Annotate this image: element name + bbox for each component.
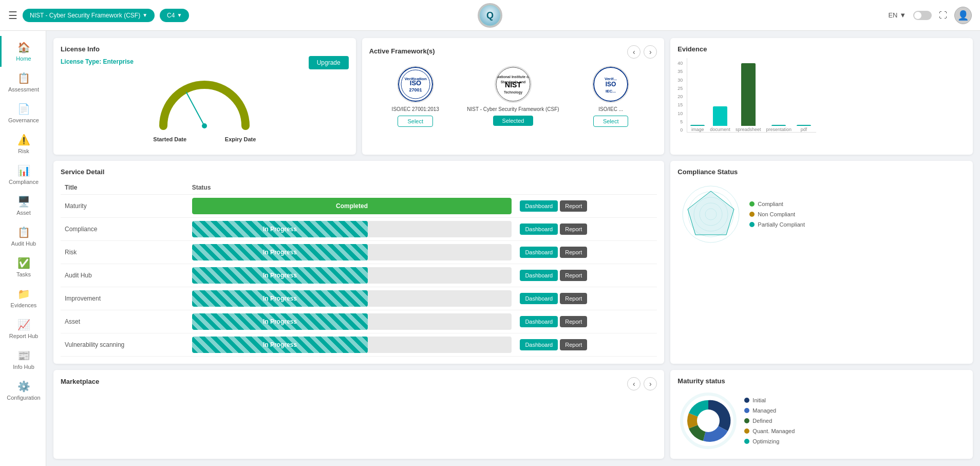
optimizing-dot [744,439,749,444]
next-framework-btn[interactable]: › [644,45,657,59]
service-title: Service Detail [61,168,657,176]
status-bar-container: In Progress [192,337,512,353]
service-row-title: Audit Hub [61,264,188,287]
dashboard-button[interactable]: Dashboard [520,339,558,350]
sidebar-item-label: Risk [18,148,29,154]
service-row-actions: DashboardReport [516,287,657,310]
report-button[interactable]: Report [560,247,587,258]
sidebar-item-audit-hub[interactable]: 📋 Audit Hub [0,221,46,252]
dashboard-button[interactable]: Dashboard [520,200,558,212]
marketplace-title: Marketplace [61,378,99,385]
report-button[interactable]: Report [560,339,587,350]
license-title: License Info [61,45,349,53]
sidebar-item-report-hub[interactable]: 📈 Report Hub [0,313,46,344]
sidebar-item-home[interactable]: 🏠 Home [0,36,46,67]
service-row-status: In Progress [188,333,516,357]
svg-text:ISO: ISO [606,81,616,88]
upgrade-button[interactable]: Upgrade [309,56,349,69]
marketplace-next-btn[interactable]: › [644,377,657,390]
bar-spreadsheet [741,63,756,126]
configuration-icon: ⚙️ [17,380,30,393]
frameworks-title: Active Framework(s) [369,47,435,55]
audit-hub-icon: 📋 [17,226,30,238]
report-button[interactable]: Report [560,200,587,212]
menu-icon[interactable]: ☰ [8,9,17,22]
sidebar-item-label: Assessment [8,86,39,92]
maturity-pie-svg [677,390,739,452]
gauge: Started Date Expiry Date [61,69,349,147]
legend-optimizing: Optimizing [744,438,795,444]
dashboard-button[interactable]: Dashboard [520,270,558,281]
sidebar-item-risk[interactable]: ⚠️ Risk [0,128,46,159]
c4-btn[interactable]: C4 ▼ [160,9,189,22]
expiry-date-label: Expiry Date [225,136,256,142]
service-row-title: Improvement [61,287,188,310]
status-bar-container: In Progress [192,290,512,307]
table-row: Vulnerability scanningIn ProgressDashboa… [61,333,657,357]
report-button[interactable]: Report [560,293,587,304]
framework-name-nist: NIST - Cyber Security Framework (CSF) [467,106,559,113]
selected-btn-nist[interactable]: Selected [493,116,534,126]
evidences-icon: 📁 [17,288,30,300]
quant-managed-dot [744,428,749,434]
bar-presentation [771,125,786,126]
svg-text:27001: 27001 [409,87,422,92]
sidebar-item-info-hub[interactable]: 📰 Info Hub [0,344,46,375]
status-bar-container: Completed [192,198,512,214]
service-row-status: In Progress [188,287,516,310]
sidebar-item-tasks[interactable]: ✅ Tasks [0,252,46,283]
service-row-status: In Progress [188,264,516,287]
sidebar-item-assessment[interactable]: 📋 Assessment [0,67,46,98]
dashboard-button[interactable]: Dashboard [520,316,558,327]
select-btn-iso27001[interactable]: Select [398,116,433,127]
radar-svg [677,181,744,248]
legend-partially-compliant: Partially Compliant [749,221,805,228]
service-table: Title Status MaturityCompletedDashboardR… [61,181,657,357]
report-button[interactable]: Report [560,316,587,327]
dashboard-button[interactable]: Dashboard [520,247,558,258]
select-btn-isoiec[interactable]: Select [593,116,629,127]
sidebar-item-asset[interactable]: 🖥️ Asset [0,190,46,221]
marketplace-prev-btn[interactable]: ‹ [627,377,640,390]
service-row-actions: DashboardReport [516,195,657,218]
compliance-title: Compliance Status [677,168,966,176]
sidebar-item-label: Configuration [7,395,40,401]
asset-icon: 🖥️ [17,195,30,208]
table-row: Audit HubIn ProgressDashboardReport [61,264,657,287]
legend-compliant: Compliant [749,201,805,207]
col-title: Title [61,181,188,195]
avatar[interactable]: 👤 [954,7,972,24]
sidebar-item-governance[interactable]: 📄 Governance [0,98,46,128]
table-row: ImprovementIn ProgressDashboardReport [61,287,657,310]
info-hub-icon: 📰 [17,349,30,362]
framework-btn[interactable]: NIST - Cyber Security Framework (CSF) ▼ [23,9,155,22]
sidebar-item-label: Report Hub [9,333,38,339]
framework-item: Verif... ISO IEC... ISO/IEC ... Select [564,66,657,127]
top-header: ☰ NIST - Cyber Security Framework (CSF) … [0,0,980,31]
report-button[interactable]: Report [560,223,587,235]
sidebar-item-label: Audit Hub [11,240,36,247]
fullscreen-btn[interactable]: ⛶ [939,11,947,20]
maturity-card: Maturity status [670,370,973,459]
tasks-icon: ✅ [17,257,30,269]
maturity-title: Maturity status [677,377,966,385]
sidebar-item-compliance[interactable]: 📊 Compliance [0,159,46,190]
service-row-title: Risk [61,241,188,264]
language-btn[interactable]: EN ▼ [888,11,906,19]
frameworks-grid: Verification ISO 27001 ISO/IEC 27001:201… [369,66,657,127]
theme-toggle[interactable] [913,11,932,20]
partially-compliant-dot [749,222,755,227]
logo-icon: Q [478,3,502,28]
framework-logo-iso27001: Verification ISO 27001 [397,66,434,103]
sidebar-item-label: Tasks [16,271,31,277]
sidebar-item-configuration[interactable]: ⚙️ Configuration [0,375,46,406]
dashboard-button[interactable]: Dashboard [520,293,558,304]
prev-framework-btn[interactable]: ‹ [627,45,640,59]
service-row-actions: DashboardReport [516,264,657,287]
report-button[interactable]: Report [560,270,587,281]
sidebar-item-label: Home [16,55,31,62]
service-row-actions: DashboardReport [516,241,657,264]
dashboard-button[interactable]: Dashboard [520,223,558,235]
sidebar-item-evidences[interactable]: 📁 Evidences [0,283,46,313]
evidence-title: Evidence [677,45,966,53]
